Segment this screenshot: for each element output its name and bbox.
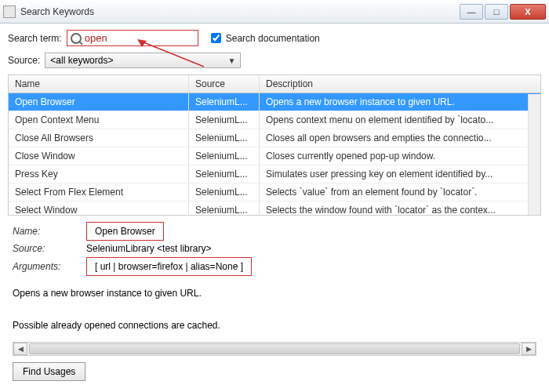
table-row[interactable]: Select From Flex Element SeleniumL... Se… xyxy=(9,183,540,201)
cell-name: Close All Browsers xyxy=(9,129,189,147)
cell-source: SeleniumL... xyxy=(189,165,260,183)
chevron-down-icon: ▼ xyxy=(227,56,235,65)
cell-source: SeleniumL... xyxy=(189,147,260,165)
details-panel: Name: Open Browser Source: SeleniumLibra… xyxy=(8,220,541,278)
cell-source: SeleniumL... xyxy=(189,129,260,147)
cell-source: SeleniumL... xyxy=(189,111,260,129)
results-table: Name Source Description Open Browser Sel… xyxy=(8,74,541,216)
search-field-wrap xyxy=(67,30,198,46)
search-term-label: Search term: xyxy=(8,33,62,44)
cell-name: Select Window xyxy=(9,201,189,214)
doc-paragraph: Opens a new browser instance to given UR… xyxy=(13,285,536,301)
table-row[interactable]: Open Browser SeleniumL... Opens a new br… xyxy=(9,93,540,111)
table-row[interactable]: Select Window SeleniumL... Selects the w… xyxy=(9,201,540,214)
cell-desc: Simulates user pressing key on element i… xyxy=(260,165,540,183)
search-documentation-label: Search documentation xyxy=(226,33,320,44)
find-usages-button[interactable]: Find Usages xyxy=(13,362,85,381)
cell-desc: Closes currently opened pop-up window. xyxy=(260,147,540,165)
scroll-left-button[interactable]: ◀ xyxy=(13,343,27,355)
titlebar: Search Keywords — □ X xyxy=(0,0,549,24)
doc-paragraph: Possible already opened connections are … xyxy=(13,318,536,333)
cell-desc: Closes all open browsers and empties the… xyxy=(260,129,540,147)
detail-name-label: Name: xyxy=(13,223,74,239)
cell-desc: Selects the window found with `locator` … xyxy=(260,201,540,214)
table-header: Name Source Description xyxy=(9,75,540,93)
cell-name: Open Browser xyxy=(9,93,189,111)
cell-desc: Opens context menu on element identified… xyxy=(260,111,540,129)
horizontal-scrollbar[interactable]: ◀ ▶ xyxy=(13,342,536,356)
cell-name: Select From Flex Element xyxy=(9,183,189,201)
app-icon xyxy=(3,5,16,18)
source-select[interactable]: <all keywords> ▼ xyxy=(45,53,241,68)
search-icon xyxy=(71,33,82,44)
table-row[interactable]: Open Context Menu SeleniumL... Opens con… xyxy=(9,111,540,129)
source-label: Source: xyxy=(8,55,40,66)
source-selected-value: <all keywords> xyxy=(50,55,113,66)
minimize-button[interactable]: — xyxy=(460,4,483,20)
detail-arguments-label: Arguments: xyxy=(13,259,74,274)
table-row[interactable]: Close All Browsers SeleniumL... Closes a… xyxy=(9,129,540,147)
cell-source: SeleniumL... xyxy=(189,201,260,214)
cell-desc: Opens a new browser instance to given UR… xyxy=(260,93,540,111)
col-header-name[interactable]: Name xyxy=(9,75,189,93)
col-header-description[interactable]: Description xyxy=(260,75,540,93)
maximize-button[interactable]: □ xyxy=(485,4,508,20)
scroll-right-button[interactable]: ▶ xyxy=(522,343,536,355)
cell-name: Close Window xyxy=(9,147,189,165)
cell-name: Open Context Menu xyxy=(9,111,189,129)
col-header-source[interactable]: Source xyxy=(189,75,260,93)
table-body: Open Browser SeleniumL... Opens a new br… xyxy=(9,93,540,214)
detail-source-label: Source: xyxy=(13,241,74,256)
cell-name: Press Key xyxy=(9,165,189,183)
vertical-scrollbar[interactable] xyxy=(528,94,540,215)
scrollbar-thumb[interactable] xyxy=(29,343,520,354)
detail-source-value: SeleniumLibrary <test library> xyxy=(86,241,211,256)
cell-source: SeleniumL... xyxy=(189,183,260,201)
close-button[interactable]: X xyxy=(510,4,546,20)
documentation-text: Opens a new browser instance to given UR… xyxy=(8,285,541,339)
search-documentation-checkbox[interactable] xyxy=(211,33,221,43)
detail-arguments-value: [ url | browser=firefox | alias=None ] xyxy=(86,257,252,276)
window-buttons: — □ X xyxy=(460,4,546,20)
cell-desc: Selects `value` from an element found by… xyxy=(260,183,540,201)
table-row[interactable]: Press Key SeleniumL... Simulates user pr… xyxy=(9,165,540,183)
detail-name-value: Open Browser xyxy=(86,222,164,241)
cell-source: SeleniumL... xyxy=(189,93,260,111)
search-input[interactable] xyxy=(85,32,195,44)
window-title: Search Keywords xyxy=(20,6,460,17)
table-row[interactable]: Close Window SeleniumL... Closes current… xyxy=(9,147,540,165)
